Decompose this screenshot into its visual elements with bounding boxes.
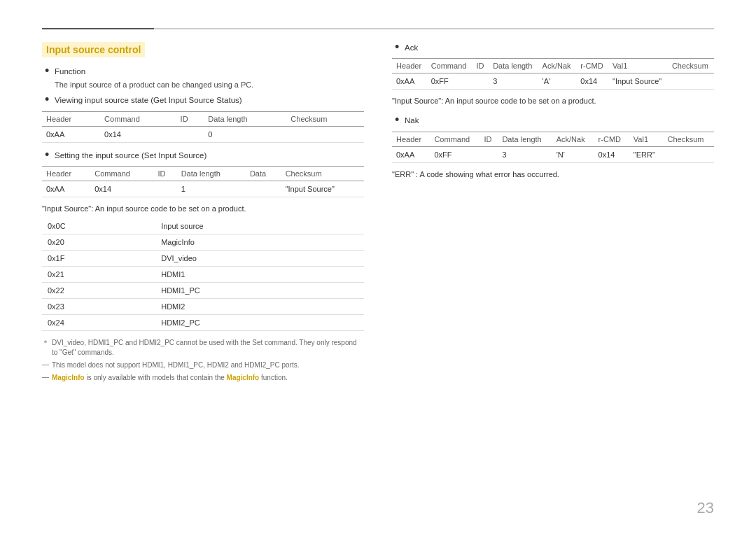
source-code: 0x23 (42, 298, 155, 314)
list-item: 0x24HDMI2_PC (42, 314, 364, 330)
footnote-text-2: This model does not support HDMI1, HDMI1… (52, 360, 299, 370)
source-code: 0x0C (42, 218, 155, 234)
th-checksum2: Checksum (281, 166, 364, 181)
content-area: Input source control • Function The inpu… (42, 42, 714, 506)
magicinfo-link-2: MagicInfo (227, 374, 260, 381)
viewing-label: Viewing input source state (Get Input So… (55, 94, 242, 106)
cell-checksum-ack (668, 73, 714, 90)
cell-data2 (246, 181, 281, 197)
nak-note: "ERR" : A code showing what error has oc… (392, 170, 714, 178)
th-header: Header (42, 111, 100, 126)
source-name: MagicInfo (155, 234, 364, 250)
page-number: 23 (697, 499, 714, 517)
cell-acknak-ack: 'A' (538, 73, 577, 90)
table-row: 0xAA 0x14 0 (42, 126, 364, 142)
nak-table: Header Command ID Data length Ack/Nak r-… (392, 132, 714, 163)
source-code: 0x24 (42, 314, 155, 330)
nak-table-section: Header Command ID Data length Ack/Nak r-… (392, 132, 714, 163)
top-line-accent (42, 28, 154, 29)
footnote-symbol-2: ― (42, 360, 52, 368)
cell-datalength-nak: 3 (498, 146, 552, 162)
footnote-3: ― MagicInfo is only available with model… (42, 373, 364, 383)
th-command2: Command (90, 166, 153, 181)
table-row: 0xAA 0xFF 3 'A' 0x14 "Input Source" (392, 73, 714, 90)
source-name: HDMI2 (155, 298, 364, 314)
th-acknak-ack: Ack/Nak (538, 59, 577, 73)
viewing-table: Header Command ID Data length Checksum 0… (42, 111, 364, 143)
source-code: 0x1F (42, 250, 155, 266)
magicinfo-link-1: MagicInfo (52, 374, 85, 381)
ack-bullet: • Ack (395, 42, 714, 54)
cell-id (176, 126, 204, 142)
th-header-ack: Header (392, 59, 427, 73)
th-id2: ID (154, 166, 177, 181)
cell-id-ack (472, 73, 489, 90)
viewing-bullet: • Viewing input source state (Get Input … (45, 94, 364, 106)
source-code: 0x22 (42, 282, 155, 298)
function-desc: The input source of a product can be cha… (55, 80, 364, 89)
left-column: Input source control • Function The inpu… (42, 42, 364, 506)
cell-command-ack: 0xFF (427, 73, 472, 90)
cell-header2: 0xAA (42, 181, 90, 197)
bullet-dot-3: • (45, 148, 55, 161)
cell-val1-ack: "Input Source" (608, 73, 668, 90)
page: Input source control • Function The inpu… (0, 0, 756, 534)
source-name: HDMI2_PC (155, 314, 364, 330)
cell-datalength-ack: 3 (489, 73, 538, 90)
top-line (42, 28, 714, 29)
cell-acknak-nak: 'N' (552, 146, 594, 162)
bullet-dot: • (45, 64, 55, 77)
list-item: 0x22HDMI1_PC (42, 282, 364, 298)
th-checksum-nak: Checksum (664, 132, 714, 146)
cell-command: 0x14 (100, 126, 176, 142)
th-val1-nak: Val1 (629, 132, 664, 146)
source-code: 0x20 (42, 234, 155, 250)
th-command: Command (100, 111, 176, 126)
section-title: Input source control (42, 42, 145, 57)
footnotes: ＊ DVI_video, HDMI1_PC and HDMI2_PC canno… (42, 338, 364, 383)
input-source-note: "Input Source": An input source code to … (42, 204, 364, 213)
th-header-nak: Header (392, 132, 430, 146)
footnote-text-1: DVI_video, HDMI1_PC and HDMI2_PC cannot … (52, 338, 364, 358)
bullet-dot-ack: • (395, 41, 405, 53)
right-column: • Ack Header Command ID Data length Ack/… (392, 42, 714, 506)
function-label: Function (55, 66, 85, 78)
list-item: 0x20MagicInfo (42, 234, 364, 250)
th-header2: Header (42, 166, 90, 181)
th-acknak-nak: Ack/Nak (552, 132, 594, 146)
cell-command2: 0x14 (90, 181, 153, 197)
list-item: 0x1FDVI_video (42, 250, 364, 266)
th-rcmd-ack: r-CMD (576, 59, 608, 73)
list-item: 0x0CInput source (42, 218, 364, 234)
cell-checksum2: "Input Source" (281, 181, 364, 197)
table-row: 0xAA 0xFF 3 'N' 0x14 "ERR" (392, 146, 714, 162)
cell-id-nak (479, 146, 498, 162)
list-item: 0x23HDMI2 (42, 298, 364, 314)
th-id: ID (176, 111, 204, 126)
th-datalength-ack: Data length (489, 59, 538, 73)
cell-datalength2: 1 (177, 181, 246, 197)
th-command-nak: Command (430, 132, 479, 146)
nak-label: Nak (405, 115, 419, 127)
setting-table: Header Command ID Data length Data Check… (42, 166, 364, 197)
cell-header: 0xAA (42, 126, 100, 142)
cell-header-ack: 0xAA (392, 73, 427, 90)
setting-label: Setting the input source (Set Input Sour… (55, 150, 206, 162)
setting-bullet: • Setting the input source (Set Input So… (45, 150, 364, 162)
nak-bullet: • Nak (395, 115, 714, 127)
ack-table-section: Header Command ID Data length Ack/Nak r-… (392, 58, 714, 90)
cell-checksum-nak (664, 146, 714, 162)
cell-rcmd-nak: 0x14 (594, 146, 629, 162)
cell-checksum (286, 126, 364, 142)
th-checksum-ack: Checksum (668, 59, 714, 73)
viewing-table-section: Header Command ID Data length Checksum 0… (42, 111, 364, 143)
th-data-length: Data length (204, 111, 286, 126)
bullet-dot-2: • (45, 93, 55, 106)
footnote-1: ＊ DVI_video, HDMI1_PC and HDMI2_PC canno… (42, 338, 364, 358)
th-data2: Data (246, 166, 281, 181)
source-name: HDMI1 (155, 266, 364, 282)
th-datalength-nak: Data length (498, 132, 552, 146)
th-id-nak: ID (479, 132, 498, 146)
footnote-2: ― This model does not support HDMI1, HDM… (42, 360, 364, 370)
th-data-length2: Data length (177, 166, 246, 181)
